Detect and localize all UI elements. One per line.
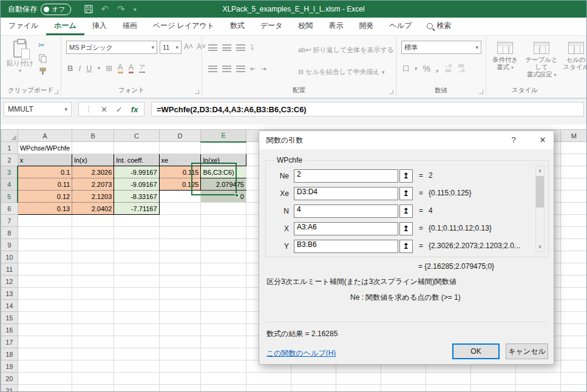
ok-button[interactable]: OK bbox=[452, 343, 500, 359]
cell-A2[interactable]: x bbox=[18, 154, 72, 166]
cell-L21[interactable] bbox=[515, 385, 560, 392]
cell-M17[interactable] bbox=[560, 336, 587, 348]
cell-G20[interactable] bbox=[291, 373, 336, 385]
cell-E8[interactable] bbox=[201, 227, 246, 239]
paste-dropdown-icon[interactable]: ▾ bbox=[5, 68, 35, 73]
tab-draw[interactable]: 描画 bbox=[115, 17, 145, 35]
row-header-11[interactable]: 11 bbox=[1, 263, 18, 275]
cell-C5[interactable]: -8.33167 bbox=[114, 191, 159, 203]
cell-M10[interactable] bbox=[560, 251, 587, 263]
row-header-5[interactable]: 5 bbox=[1, 191, 18, 203]
cell-K21[interactable] bbox=[470, 385, 515, 392]
collapse-dialog-icon[interactable]: ↥ bbox=[399, 222, 413, 235]
font-launcher-icon[interactable] bbox=[195, 90, 199, 94]
cell-B7[interactable] bbox=[72, 215, 114, 227]
tab-review[interactable]: 校閲 bbox=[291, 17, 321, 35]
arg-input-Ne[interactable]: 2 bbox=[294, 169, 398, 183]
cell-A3[interactable]: 0.1 bbox=[18, 166, 72, 178]
percent-style-icon[interactable]: % bbox=[423, 64, 430, 73]
cell-C9[interactable] bbox=[114, 239, 159, 251]
cell-B1[interactable] bbox=[72, 142, 114, 154]
cell-A12[interactable] bbox=[18, 275, 72, 288]
number-format-dropdown-icon[interactable]: ▾ bbox=[475, 44, 478, 50]
column-header-A[interactable]: A bbox=[18, 130, 72, 142]
cell-E15[interactable] bbox=[201, 312, 246, 324]
cell-E21[interactable] bbox=[201, 385, 246, 392]
cell-G21[interactable] bbox=[291, 385, 336, 392]
cell-F21[interactable] bbox=[246, 385, 291, 392]
collapse-dialog-icon[interactable]: ↥ bbox=[399, 240, 413, 253]
increase-decimal-icon[interactable]: ←0.00 bbox=[444, 64, 451, 73]
font-color-icon[interactable]: A bbox=[129, 63, 134, 73]
row-header-8[interactable]: 8 bbox=[1, 227, 18, 239]
cell-J21[interactable] bbox=[426, 385, 470, 392]
cell-C20[interactable] bbox=[114, 373, 159, 385]
scrollbar-thumb[interactable] bbox=[536, 176, 544, 208]
cell-E11[interactable] bbox=[201, 263, 246, 275]
cell-C6[interactable]: -7.71167 bbox=[114, 203, 159, 215]
enter-entry-icon[interactable]: ✓ bbox=[116, 105, 123, 114]
collapse-dialog-icon[interactable]: ↥ bbox=[399, 187, 413, 200]
row-header-19[interactable]: 19 bbox=[1, 360, 18, 373]
cell-C7[interactable] bbox=[114, 215, 159, 227]
cell-M14[interactable] bbox=[560, 300, 587, 312]
cell-D18[interactable] bbox=[159, 348, 201, 360]
cell-E5[interactable]: 0 bbox=[201, 191, 246, 203]
customize-qat-icon[interactable]: ▾ bbox=[134, 6, 137, 13]
align-right-icon[interactable] bbox=[236, 66, 245, 72]
cell-C11[interactable] bbox=[114, 263, 159, 275]
cell-L20[interactable] bbox=[515, 373, 560, 385]
number-launcher-icon[interactable] bbox=[479, 90, 483, 94]
row-header-17[interactable]: 17 bbox=[1, 336, 18, 348]
increase-indent-icon[interactable]: ⇥ bbox=[260, 65, 266, 73]
format-as-table-button[interactable]: テーブルとして 書式設定 ▾ bbox=[523, 42, 560, 79]
cell-B8[interactable] bbox=[72, 227, 114, 239]
cond-dropdown-icon[interactable]: ▾ bbox=[511, 65, 514, 70]
bold-button[interactable]: B bbox=[67, 64, 73, 73]
cell-C4[interactable]: -9.09167 bbox=[114, 178, 159, 191]
cell-E18[interactable] bbox=[201, 348, 246, 360]
autosave-toggle[interactable]: オフ bbox=[41, 4, 71, 15]
font-size-combo[interactable]: 11 ▾ bbox=[160, 41, 182, 54]
cell-A14[interactable] bbox=[18, 300, 72, 312]
cell-M13[interactable] bbox=[560, 288, 587, 300]
cell-D14[interactable] bbox=[159, 300, 201, 312]
tab-data[interactable]: データ bbox=[253, 17, 291, 35]
align-middle-icon[interactable] bbox=[222, 44, 231, 51]
cell-B10[interactable] bbox=[72, 251, 114, 263]
cell-A16[interactable] bbox=[18, 324, 72, 336]
currency-dropdown-icon[interactable]: ▾ bbox=[415, 66, 418, 72]
cell-M8[interactable] bbox=[560, 227, 587, 239]
cell-C16[interactable] bbox=[114, 324, 159, 336]
row-header-14[interactable]: 14 bbox=[1, 300, 18, 312]
arg-input-Y[interactable]: B3:B6 bbox=[294, 240, 398, 253]
cell-D12[interactable] bbox=[159, 275, 201, 288]
cell-B4[interactable]: 2.2073 bbox=[72, 178, 114, 191]
tab-help[interactable]: ヘルプ bbox=[382, 17, 420, 35]
underline-button[interactable]: U bbox=[86, 64, 92, 73]
cell-A1[interactable]: WPchse/WPchfe bbox=[18, 142, 72, 154]
comma-style-icon[interactable]: , bbox=[436, 63, 438, 75]
cell-M15[interactable] bbox=[560, 312, 587, 324]
row-header-12[interactable]: 12 bbox=[1, 275, 18, 288]
cell-D3[interactable]: 0.115 bbox=[159, 166, 201, 178]
cell-M20[interactable] bbox=[560, 373, 587, 385]
cell-C8[interactable] bbox=[114, 227, 159, 239]
cell-J20[interactable] bbox=[426, 373, 470, 385]
cell-M7[interactable] bbox=[560, 215, 587, 227]
conditional-formatting-button[interactable]: 条件付き 書式 ▾ bbox=[489, 42, 521, 72]
dialog-help-icon[interactable]: ? bbox=[504, 131, 523, 149]
function-help-link[interactable]: この関数のヘルプ(H) bbox=[266, 348, 336, 359]
ruby-icon[interactable]: ア bbox=[139, 63, 145, 73]
cell-M21[interactable] bbox=[560, 385, 587, 392]
cell-D17[interactable] bbox=[159, 336, 201, 348]
row-header-20[interactable]: 20 bbox=[1, 373, 18, 385]
cell-A20[interactable] bbox=[18, 373, 72, 385]
fill-handle[interactable] bbox=[235, 194, 239, 197]
cell-D13[interactable] bbox=[159, 288, 201, 300]
cell-A9[interactable] bbox=[18, 239, 72, 251]
cell-B14[interactable] bbox=[72, 300, 114, 312]
cell-D9[interactable] bbox=[159, 239, 201, 251]
cell-D2[interactable]: xe bbox=[159, 154, 201, 166]
cell-D6[interactable] bbox=[159, 203, 201, 215]
